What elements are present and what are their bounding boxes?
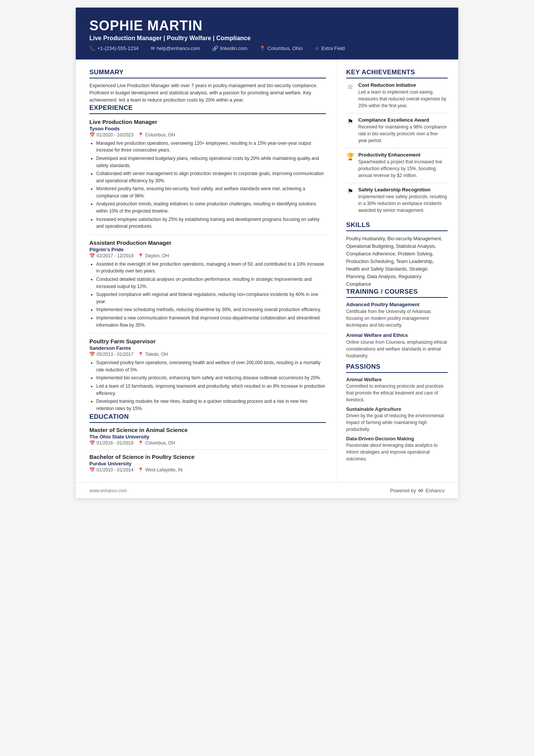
- job-2-dates: 📅 02/2017 - 12/2019: [89, 253, 133, 258]
- job-2-meta: 📅 02/2017 - 12/2019 📍 Dayton, OH: [89, 253, 326, 258]
- bullet: Implemented bio-security protocols, enha…: [96, 374, 326, 382]
- job-2: Assistant Production Manager Pilgrim's P…: [89, 239, 326, 329]
- degree-2: Bachelor of Science in Poultry Science P…: [89, 454, 326, 473]
- achievement-1-title: Cost Reduction Initiative: [358, 82, 448, 88]
- training-1-desc: Certificate from the University of Arkan…: [346, 308, 448, 329]
- bullet: Managed live production operations, over…: [96, 140, 326, 154]
- calendar-icon: 📅: [89, 467, 95, 473]
- passion-1-desc: Committed to enhancing protocols and pra…: [346, 383, 448, 403]
- phone-value: +1-(234)-555-1234: [97, 45, 139, 51]
- location-contact: 📍 Columbus, Ohio: [259, 45, 303, 51]
- experience-title: EXPERIENCE: [89, 104, 326, 114]
- passion-2-title: Sustainable Agriculture: [346, 406, 448, 412]
- achievement-4-content: Safety Leadership Recognition Implemente…: [358, 187, 448, 214]
- left-column: SUMMARY Experienced Live Production Mana…: [76, 59, 337, 483]
- job-1-bullets: Managed live production operations, over…: [89, 140, 326, 230]
- achievements-title: KEY ACHIEVEMENTS: [346, 69, 448, 78]
- extra-contact: ☆ Extra Field: [315, 45, 345, 51]
- calendar-icon: 📅: [89, 440, 95, 446]
- training-section: TRAINING / COURSES Advanced Poultry Mana…: [346, 288, 448, 359]
- training-title: TRAINING / COURSES: [346, 288, 448, 298]
- skills-text: Poultry Husbandry, Bio-security Manageme…: [346, 235, 448, 288]
- candidate-title: Live Production Manager | Poultry Welfar…: [89, 35, 445, 42]
- job-3-meta: 📅 05/2013 - 01/2017 📍 Toledo, OH: [89, 352, 326, 357]
- resume-header: SOPHIE MARTIN Live Production Manager | …: [76, 8, 458, 59]
- bullet: Analyzed production trends, leading init…: [96, 200, 326, 214]
- education-title: EDUCATION: [89, 413, 326, 423]
- job-1-location: 📍 Columbus, OH: [138, 132, 175, 138]
- degree-1-school: The Ohio State University: [89, 434, 326, 440]
- bullet: Increased employee satisfaction by 25% b…: [96, 216, 326, 230]
- pin-icon: 📍: [138, 467, 144, 473]
- bullet: Collaborated with senior management to a…: [96, 170, 326, 184]
- location-value: Columbus, Ohio: [267, 45, 303, 51]
- training-2-desc: Online course from Coursera, emphasizing…: [346, 339, 448, 359]
- degree-1: Master of Science in Animal Science The …: [89, 427, 326, 446]
- passion-3: Data-Driven Decision Making Passionate a…: [346, 436, 448, 462]
- summary-title: SUMMARY: [89, 69, 326, 78]
- job-3-title: Poultry Farm Supervisor: [89, 338, 326, 344]
- passion-2: Sustainable Agriculture Driven by the go…: [346, 406, 448, 433]
- job-2-company: Pilgrim's Pride: [89, 247, 326, 252]
- calendar-icon: 📅: [89, 253, 95, 258]
- achievement-3: 🏆 Productivity Enhancement Spearheaded a…: [346, 152, 448, 183]
- training-1-title: Advanced Poultry Management: [346, 302, 448, 307]
- bullet: Supervised poultry farm operations, over…: [96, 359, 326, 373]
- achievement-1-content: Cost Reduction Initiative Led a team to …: [358, 82, 448, 109]
- degree-1-location: 📍 Columbus, OH: [138, 440, 175, 446]
- degree-1-dates: 📅 01/2016 - 01/2018: [89, 440, 133, 446]
- job-2-location: 📍 Dayton, OH: [138, 253, 169, 258]
- job-1-title: Live Production Manager: [89, 119, 326, 125]
- education-section: EDUCATION Master of Science in Animal Sc…: [89, 413, 326, 473]
- bullet: Monitored poultry farms, ensuring bio-se…: [96, 185, 326, 199]
- linkedin-contact: 🔗 linkedin.com: [212, 45, 247, 51]
- email-value: help@enhancv.com: [157, 45, 200, 51]
- powered-by-label: Powered by: [390, 488, 416, 493]
- trophy-achievement-icon: 🏆: [346, 152, 354, 161]
- bullet: Conducted detailed statistical analyses …: [96, 276, 326, 290]
- email-icon: ✉: [151, 45, 155, 51]
- footer-website: www.enhancv.com: [89, 488, 127, 493]
- pin-icon: 📍: [138, 440, 144, 446]
- job-3-location: 📍 Toledo, OH: [138, 352, 168, 357]
- job-3-company: Sanderson Farms: [89, 345, 326, 351]
- skills-title: SKILLS: [346, 221, 448, 231]
- achievement-3-title: Productivity Enhancement: [358, 152, 448, 158]
- degree-2-location: 📍 West Lafayette, IN: [138, 467, 183, 473]
- achievement-4-desc: Implemented new safety protocols, result…: [358, 193, 448, 214]
- star-icon: ☆: [315, 45, 319, 51]
- bullet: Implemented a new communication framewor…: [96, 315, 326, 329]
- skills-section: SKILLS Poultry Husbandry, Bio-security M…: [346, 221, 448, 288]
- contact-row: 📞 +1-(234)-555-1234 ✉ help@enhancv.com 🔗…: [89, 45, 445, 51]
- bullet: Implemented new scheduling methods, redu…: [96, 306, 326, 313]
- passions-title: PASSIONS: [346, 363, 448, 373]
- job-1-dates: 📅 01/2020 - 10/2023: [89, 132, 133, 138]
- training-2-title: Animal Welfare and Ethics: [346, 332, 448, 338]
- resume-container: SOPHIE MARTIN Live Production Manager | …: [76, 8, 458, 498]
- location-icon: 📍: [259, 45, 265, 51]
- email-contact: ✉ help@enhancv.com: [151, 45, 200, 51]
- achievement-1-desc: Led a team to implement cost-saving meas…: [358, 89, 448, 109]
- flag-achievement-icon: ⚑: [346, 117, 354, 126]
- pin-icon: 📍: [138, 352, 144, 357]
- right-column: KEY ACHIEVEMENTS ☆ Cost Reduction Initia…: [337, 59, 458, 474]
- job-3: Poultry Farm Supervisor Sanderson Farms …: [89, 338, 326, 412]
- job-2-bullets: Assisted in the oversight of live produc…: [89, 261, 326, 329]
- degree-2-dates: 📅 01/2010 - 01/2014: [89, 467, 133, 473]
- bullet: Assisted in the oversight of live produc…: [96, 261, 326, 275]
- linkedin-value: linkedin.com: [220, 45, 247, 51]
- achievement-1: ☆ Cost Reduction Initiative Led a team t…: [346, 82, 448, 113]
- job-3-dates: 📅 05/2013 - 01/2017: [89, 352, 133, 357]
- degree-1-title: Master of Science in Animal Science: [89, 427, 326, 433]
- achievement-2: ⚑ Compliance Excellence Award Received f…: [346, 117, 448, 148]
- passion-1: Animal Welfare Committed to enhancing pr…: [346, 377, 448, 403]
- linkedin-icon: 🔗: [212, 45, 218, 51]
- degree-2-title: Bachelor of Science in Poultry Science: [89, 454, 326, 460]
- achievement-3-desc: Spearheaded a project that increased liv…: [358, 158, 448, 179]
- extra-value: Extra Field: [321, 45, 345, 51]
- training-2: Animal Welfare and Ethics Online course …: [346, 332, 448, 359]
- passion-1-title: Animal Welfare: [346, 377, 448, 382]
- bullet: Led a team of 10 farmhands, improving te…: [96, 383, 326, 397]
- calendar-icon: 📅: [89, 352, 95, 357]
- degree-1-meta: 📅 01/2016 - 01/2018 📍 Columbus, OH: [89, 440, 326, 446]
